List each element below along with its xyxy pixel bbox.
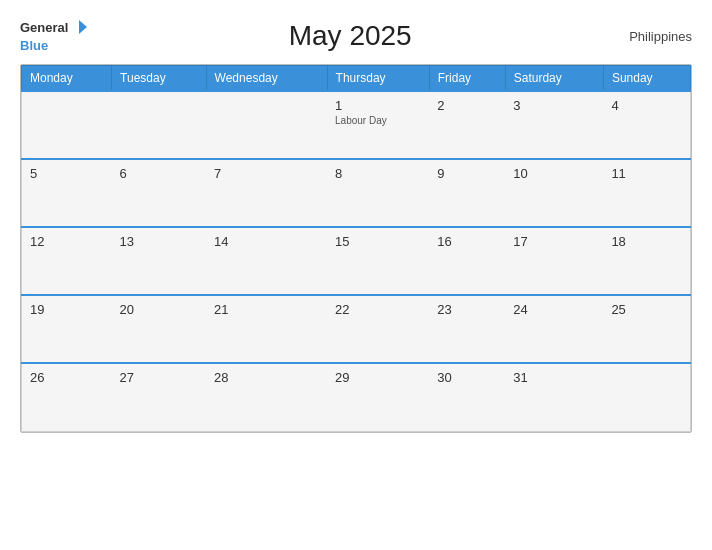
day-number: 31 <box>513 370 595 385</box>
col-tuesday: Tuesday <box>112 66 206 92</box>
calendar-week-row: 262728293031 <box>22 363 691 431</box>
col-thursday: Thursday <box>327 66 429 92</box>
day-number: 20 <box>120 302 198 317</box>
logo-text: General Blue <box>20 18 88 54</box>
calendar-wrapper: Monday Tuesday Wednesday Thursday Friday… <box>20 64 692 433</box>
day-number: 22 <box>335 302 421 317</box>
calendar-cell: 24 <box>505 295 603 363</box>
calendar-cell: 10 <box>505 159 603 227</box>
holiday-label: Labour Day <box>335 115 421 126</box>
col-wednesday: Wednesday <box>206 66 327 92</box>
day-number: 27 <box>120 370 198 385</box>
calendar-cell <box>206 91 327 159</box>
calendar-cell: 18 <box>603 227 690 295</box>
calendar-cell <box>22 91 112 159</box>
calendar-header: Monday Tuesday Wednesday Thursday Friday… <box>22 66 691 92</box>
day-number: 28 <box>214 370 319 385</box>
day-number: 12 <box>30 234 104 249</box>
day-number: 21 <box>214 302 319 317</box>
day-number: 16 <box>437 234 497 249</box>
day-number: 24 <box>513 302 595 317</box>
logo: General Blue <box>20 18 88 54</box>
calendar-cell <box>603 363 690 431</box>
svg-marker-0 <box>79 20 87 34</box>
calendar-cell: 2 <box>429 91 505 159</box>
calendar-cell: 15 <box>327 227 429 295</box>
day-number: 18 <box>611 234 682 249</box>
calendar-cell: 16 <box>429 227 505 295</box>
day-number: 11 <box>611 166 682 181</box>
day-number: 23 <box>437 302 497 317</box>
day-number: 13 <box>120 234 198 249</box>
day-number: 19 <box>30 302 104 317</box>
calendar-cell: 21 <box>206 295 327 363</box>
day-number: 9 <box>437 166 497 181</box>
calendar-cell: 27 <box>112 363 206 431</box>
day-number: 14 <box>214 234 319 249</box>
day-number: 3 <box>513 98 595 113</box>
calendar-cell: 9 <box>429 159 505 227</box>
col-saturday: Saturday <box>505 66 603 92</box>
calendar-cell: 31 <box>505 363 603 431</box>
calendar-week-row: 19202122232425 <box>22 295 691 363</box>
calendar-cell: 11 <box>603 159 690 227</box>
day-number: 8 <box>335 166 421 181</box>
country-label: Philippines <box>612 29 692 44</box>
logo-flag-icon <box>70 18 88 36</box>
logo-blue: Blue <box>20 38 48 53</box>
calendar-cell <box>112 91 206 159</box>
calendar-cell: 12 <box>22 227 112 295</box>
calendar-cell: 14 <box>206 227 327 295</box>
calendar-cell: 13 <box>112 227 206 295</box>
calendar-body: 1Labour Day23456789101112131415161718192… <box>22 91 691 431</box>
logo-general: General <box>20 21 68 34</box>
day-number: 30 <box>437 370 497 385</box>
header: General Blue May 2025 Philippines <box>20 18 692 54</box>
calendar-cell: 19 <box>22 295 112 363</box>
days-of-week-row: Monday Tuesday Wednesday Thursday Friday… <box>22 66 691 92</box>
page: General Blue May 2025 Philippines Monday… <box>0 0 712 550</box>
calendar-week-row: 567891011 <box>22 159 691 227</box>
day-number: 15 <box>335 234 421 249</box>
day-number: 1 <box>335 98 421 113</box>
calendar-cell: 30 <box>429 363 505 431</box>
day-number: 26 <box>30 370 104 385</box>
day-number: 17 <box>513 234 595 249</box>
calendar-table: Monday Tuesday Wednesday Thursday Friday… <box>21 65 691 432</box>
calendar-cell: 5 <box>22 159 112 227</box>
calendar-cell: 25 <box>603 295 690 363</box>
col-sunday: Sunday <box>603 66 690 92</box>
calendar-week-row: 12131415161718 <box>22 227 691 295</box>
day-number: 7 <box>214 166 319 181</box>
calendar-week-row: 1Labour Day234 <box>22 91 691 159</box>
calendar-cell: 7 <box>206 159 327 227</box>
calendar-cell: 22 <box>327 295 429 363</box>
calendar-cell: 1Labour Day <box>327 91 429 159</box>
calendar-cell: 26 <box>22 363 112 431</box>
day-number: 6 <box>120 166 198 181</box>
calendar-cell: 6 <box>112 159 206 227</box>
calendar-title: May 2025 <box>88 20 612 52</box>
day-number: 2 <box>437 98 497 113</box>
calendar-cell: 3 <box>505 91 603 159</box>
calendar-cell: 28 <box>206 363 327 431</box>
calendar-cell: 20 <box>112 295 206 363</box>
calendar-cell: 17 <box>505 227 603 295</box>
calendar-cell: 23 <box>429 295 505 363</box>
col-friday: Friday <box>429 66 505 92</box>
day-number: 10 <box>513 166 595 181</box>
col-monday: Monday <box>22 66 112 92</box>
day-number: 29 <box>335 370 421 385</box>
calendar-cell: 8 <box>327 159 429 227</box>
day-number: 5 <box>30 166 104 181</box>
calendar-cell: 29 <box>327 363 429 431</box>
day-number: 4 <box>611 98 682 113</box>
day-number: 25 <box>611 302 682 317</box>
calendar-cell: 4 <box>603 91 690 159</box>
